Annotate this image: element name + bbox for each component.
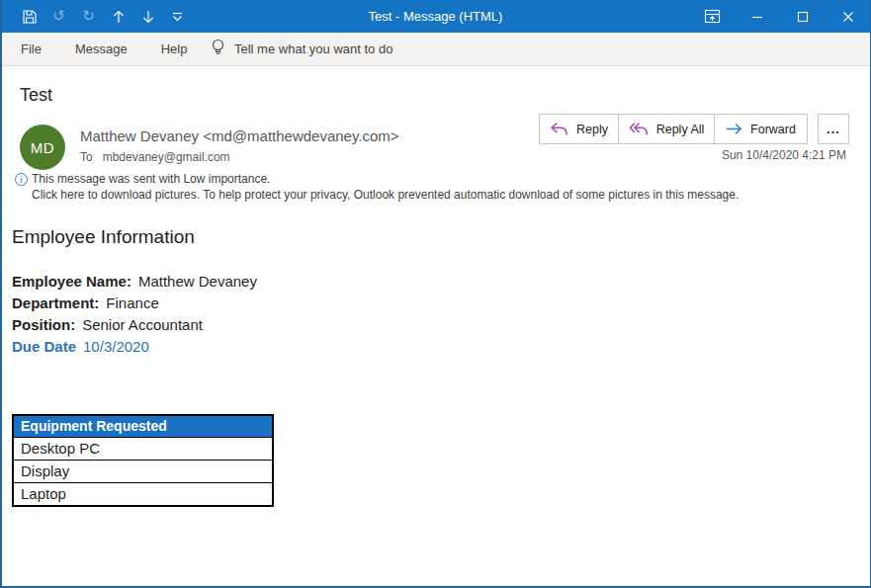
infobar-importance: This message was sent with Low importanc… (32, 172, 270, 186)
minimize-icon[interactable] (735, 0, 780, 33)
ribbon-tabs: File Message Help (4, 33, 204, 65)
field-position: Position:Senior Accountant (12, 316, 203, 333)
reply-all-button[interactable]: Reply All (618, 114, 715, 144)
window-controls (689, 0, 871, 33)
tell-me-box[interactable]: Tell me what you want to do (211, 33, 392, 65)
field-due-date: Due Date10/3/2020 (12, 338, 149, 355)
message-actions: Reply Reply All Forward (539, 114, 808, 144)
reply-button[interactable]: Reply (539, 114, 619, 144)
quick-access-toolbar: ↺ ↻ (20, 0, 187, 33)
close-icon[interactable] (826, 0, 871, 33)
to-row: To mbdevaney@gmail.com (80, 150, 230, 164)
lightbulb-icon (211, 39, 225, 60)
redo-icon[interactable]: ↻ (79, 7, 98, 26)
tab-file[interactable]: File (4, 33, 58, 65)
sender-address[interactable]: Matthew Devaney <md@matthewdevaney.com> (80, 127, 399, 144)
body-heading: Employee Information (12, 226, 195, 248)
tell-me-label: Tell me what you want to do (234, 42, 392, 56)
avatar[interactable]: MD (20, 125, 65, 170)
field-employee-name: Employee Name:Matthew Devaney (12, 273, 257, 290)
infobar-download-pictures[interactable]: Click here to download pictures. To help… (32, 188, 739, 202)
forward-button[interactable]: Forward (714, 114, 808, 144)
message-subject: Test (20, 85, 52, 106)
forward-icon (726, 123, 742, 135)
ribbon-tab-strip: File Message Help Tell me what you want … (2, 33, 870, 66)
move-up-icon[interactable] (109, 7, 128, 26)
customize-quick-access-toolbar-icon[interactable] (168, 7, 187, 26)
ribbon-display-options-icon[interactable] (689, 0, 735, 33)
reply-icon (550, 123, 568, 135)
save-icon[interactable] (20, 7, 39, 26)
table-row: Laptop (13, 483, 273, 507)
equipment-table-header: Equipment Requested (13, 415, 273, 438)
move-down-icon[interactable] (138, 7, 157, 26)
tab-help[interactable]: Help (144, 33, 205, 65)
tab-message[interactable]: Message (58, 33, 144, 65)
undo-icon[interactable]: ↺ (49, 7, 68, 26)
table-row: Display (13, 461, 273, 483)
table-row: Desktop PC (13, 438, 273, 461)
sent-timestamp: Sun 10/4/2020 4:21 PM (722, 148, 846, 162)
outlook-message-window: ↺ ↻ Test - Message (HTML) (0, 0, 871, 588)
reply-all-icon (629, 123, 649, 135)
maximize-icon[interactable] (780, 0, 826, 33)
equipment-table: Equipment Requested Desktop PC Display L… (12, 414, 274, 507)
titlebar: ↺ ↻ Test - Message (HTML) (0, 0, 871, 33)
to-address[interactable]: mbdevaney@gmail.com (103, 150, 230, 164)
info-icon: i (15, 173, 28, 186)
field-department: Department:Finance (12, 294, 159, 311)
to-label: To (80, 150, 93, 164)
more-actions-button[interactable]: ... (818, 114, 849, 144)
